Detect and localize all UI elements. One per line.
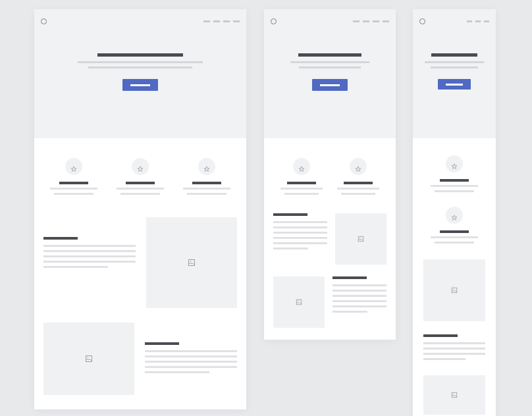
hero-content	[425, 53, 484, 90]
text-line	[43, 250, 136, 252]
hero-content	[78, 53, 203, 91]
feature-icon-circle	[65, 158, 82, 175]
feature-title	[59, 182, 88, 184]
feature-text	[187, 193, 226, 195]
text-line	[273, 226, 327, 228]
content-row	[43, 217, 237, 308]
text-line	[332, 290, 386, 292]
nav-link[interactable]	[223, 20, 230, 22]
text-line	[423, 348, 485, 350]
feature-icon-circle	[446, 207, 463, 224]
block-title	[423, 334, 458, 337]
hero-subtitle	[290, 61, 369, 63]
nav-link[interactable]	[363, 20, 369, 22]
logo-icon[interactable]	[271, 18, 277, 24]
svg-rect-10	[452, 392, 457, 398]
svg-rect-6	[296, 299, 302, 305]
svg-point-1	[190, 261, 192, 262]
image-icon	[358, 236, 364, 242]
features-row	[264, 138, 396, 195]
text-line	[43, 261, 136, 263]
star-icon	[203, 163, 210, 170]
image-icon	[451, 392, 458, 398]
image-icon	[296, 299, 302, 305]
hero-section	[34, 9, 246, 138]
text-line	[423, 342, 485, 344]
desktop-wireframe	[34, 9, 246, 409]
content-row	[273, 213, 386, 265]
star-icon	[451, 212, 458, 219]
block-title	[145, 342, 179, 345]
content-section	[264, 195, 396, 328]
feature-text	[54, 193, 93, 195]
text-line	[273, 247, 308, 249]
hero-subtitle	[425, 61, 484, 63]
svg-rect-8	[452, 288, 457, 293]
image-placeholder	[423, 259, 485, 321]
hero-subtitle	[78, 61, 203, 63]
feature-text	[284, 193, 319, 195]
cta-button[interactable]	[122, 79, 158, 91]
star-icon	[70, 163, 77, 170]
feature-card	[117, 158, 164, 195]
nav-link[interactable]	[475, 20, 481, 22]
feature-text	[117, 188, 164, 190]
feature-text	[280, 188, 323, 190]
nav-link[interactable]	[383, 20, 389, 22]
image-icon	[85, 355, 93, 363]
nav-links	[203, 20, 240, 22]
features-column	[413, 138, 496, 244]
text-line	[145, 366, 237, 368]
feature-text	[431, 185, 478, 187]
image-placeholder	[423, 375, 485, 415]
svg-rect-2	[86, 356, 92, 362]
feature-text	[120, 193, 160, 195]
text-line	[273, 237, 327, 239]
nav-link[interactable]	[213, 20, 220, 22]
text-line	[43, 266, 108, 268]
topbar	[34, 16, 246, 24]
svg-point-11	[453, 394, 454, 394]
feature-title	[344, 182, 373, 184]
feature-text	[431, 236, 478, 238]
text-block	[273, 213, 327, 265]
block-title	[273, 213, 307, 216]
mobile-wireframe	[413, 9, 496, 416]
tablet-wireframe	[264, 9, 396, 340]
image-placeholder	[335, 213, 386, 265]
text-line	[332, 284, 386, 286]
feature-title	[287, 182, 316, 184]
feature-text	[50, 188, 97, 190]
text-line	[43, 245, 136, 247]
nav-link[interactable]	[203, 20, 210, 22]
feature-text	[337, 188, 379, 190]
feature-card	[431, 207, 478, 244]
cta-button[interactable]	[438, 79, 471, 90]
image-placeholder	[273, 276, 325, 328]
star-icon	[355, 163, 361, 170]
feature-icon-circle	[198, 158, 215, 175]
feature-icon-circle	[350, 158, 367, 175]
nav-links	[467, 20, 489, 22]
image-icon	[451, 287, 458, 294]
topbar	[264, 16, 396, 24]
cta-label	[320, 84, 340, 86]
feature-text	[341, 193, 375, 195]
image-placeholder	[43, 323, 134, 395]
text-line	[332, 305, 386, 307]
nav-link[interactable]	[467, 20, 472, 22]
content-section	[413, 244, 496, 416]
text-line	[273, 232, 327, 234]
text-line	[273, 221, 327, 223]
nav-link[interactable]	[484, 20, 489, 22]
hero-content	[290, 53, 369, 91]
svg-point-5	[359, 238, 360, 238]
nav-link[interactable]	[353, 20, 359, 22]
feature-icon-circle	[446, 155, 463, 172]
logo-icon[interactable]	[41, 18, 47, 24]
cta-button[interactable]	[312, 79, 348, 91]
block-title	[332, 276, 367, 279]
nav-link[interactable]	[233, 20, 240, 22]
logo-icon[interactable]	[419, 18, 425, 24]
nav-link[interactable]	[373, 20, 379, 22]
